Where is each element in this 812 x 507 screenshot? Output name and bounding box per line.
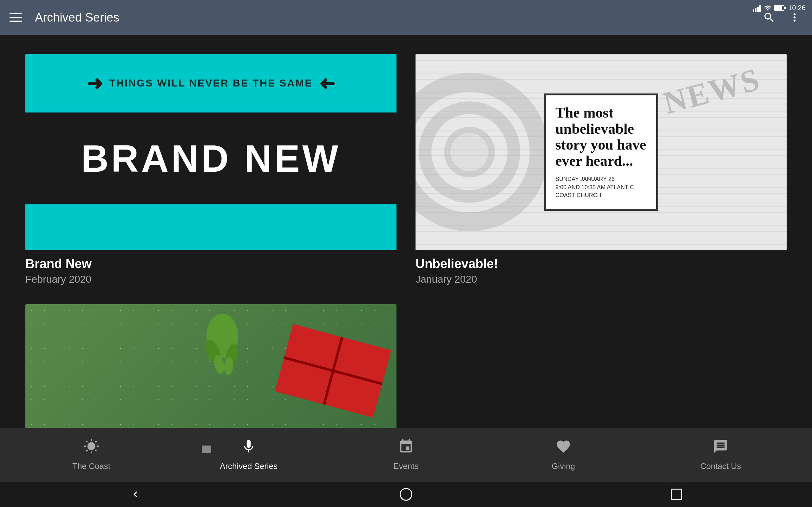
mic-icon [241,439,257,458]
recents-button[interactable] [667,485,686,504]
brand-new-card[interactable]: ➜ THINGS WILL NEVER BE THE SAME ➜ BRAND … [26,54,397,285]
story-meta: SUNDAY JANUARY 26 9:00 AND 10:30 AM ATLA… [555,175,647,199]
app-bar: Archived Series 10:26 [0,0,812,35]
ornament [184,446,229,453]
nav-contact-us[interactable]: Contact Us [642,439,799,471]
calendar-icon [398,439,414,458]
unbelievable-thumbnail: NEWS The most unbelievable story you hav… [415,54,786,250]
home-button[interactable] [397,485,415,504]
story-title: The most unbelievable story you have eve… [555,105,647,169]
nav-giving-label: Giving [552,461,575,471]
system-nav-bar [0,482,812,507]
story-box: The most unbelievable story you have eve… [544,94,658,211]
nav-giving[interactable]: Giving [485,439,642,471]
wifi-icon [763,4,772,12]
bottom-nav: The Coast Archived Series Events Giving [0,428,812,482]
status-time: 10:26 [788,4,806,12]
series-grid: ➜ THINGS WILL NEVER BE THE SAME ➜ BRAND … [26,54,786,453]
signal-icon [753,4,761,12]
arrow-right-icon: ➜ [87,72,103,95]
arrow-left-icon: ➜ [319,72,335,95]
unbelievable-card[interactable]: NEWS The most unbelievable story you hav… [415,54,786,285]
nav-archived-series-label: Archived Series [220,461,277,471]
back-button[interactable] [126,485,145,504]
brand-new-title: Brand New [26,257,397,271]
chat-icon [713,439,728,458]
newspaper-circles-decoration [415,73,549,231]
grinch-decoration [194,311,251,380]
page-title: Archived Series [35,11,761,24]
nav-events-label: Events [393,461,419,471]
heart-icon [555,439,571,458]
brand-new-thumbnail: ➜ THINGS WILL NEVER BE THE SAME ➜ BRAND … [26,54,397,250]
nav-contact-us-label: Contact Us [700,461,741,471]
sun-icon [84,439,99,458]
main-content: ➜ THINGS WILL NEVER BE THE SAME ➜ BRAND … [0,35,812,453]
brand-new-tagline: THINGS WILL NEVER BE THE SAME [109,77,312,89]
brand-new-date: February 2020 [26,274,397,285]
svg-point-2 [447,130,492,174]
unbelievable-date: January 2020 [415,274,786,285]
brand-new-main-text: BRAND NEW [81,136,341,180]
nav-events[interactable]: Events [327,439,485,471]
nav-the-coast-label: The Coast [72,461,110,471]
menu-button[interactable] [9,9,26,25]
status-bar: 10:26 [749,0,812,16]
nav-the-coast[interactable]: The Coast [13,439,170,471]
nav-archived-series[interactable]: Archived Series [170,439,327,471]
unbelievable-title: Unbelievable! [415,257,786,271]
battery-icon [774,4,786,12]
